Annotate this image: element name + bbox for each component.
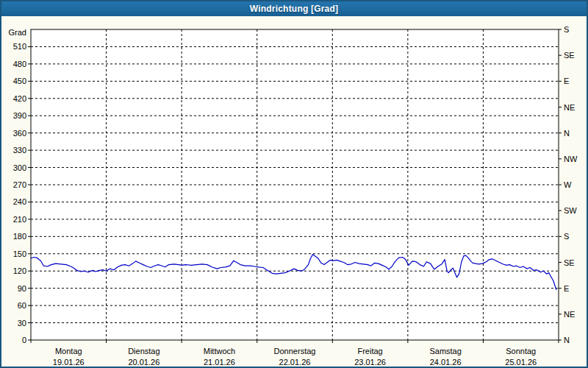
y-left-label: 240 — [13, 197, 26, 206]
title-bar: Windrichtung [Grad] — [1, 1, 587, 16]
y-left-label: 150 — [13, 250, 26, 258]
x-day-name: Samstag — [429, 347, 461, 355]
x-day-name: Donnerstag — [274, 347, 316, 355]
y-right-label: SW — [564, 206, 577, 215]
y-left-label: 210 — [13, 215, 26, 224]
y-right-label: SE — [564, 51, 575, 60]
x-day-date: 19.01.26 — [53, 358, 85, 367]
y-left-label: 120 — [13, 266, 26, 275]
y-left-label: 60 — [18, 301, 26, 310]
y-right-label: E — [564, 284, 569, 293]
y-left-label: 0 — [22, 336, 26, 344]
y-right-label: N — [564, 336, 570, 344]
y-right-label: N — [564, 129, 570, 138]
x-day-date: 24.01.26 — [430, 358, 462, 367]
y-left-label: 420 — [13, 94, 26, 103]
x-day-name: Dienstag — [128, 347, 159, 355]
y-right-label: S — [564, 232, 569, 241]
wind-direction-chart: 5104804504203903603303002702402101801501… — [1, 16, 587, 368]
x-day-name: Montag — [55, 347, 82, 355]
x-day-name: Freitag — [357, 347, 382, 355]
x-day-name: Mittwoch — [204, 347, 235, 355]
y-right-label: W — [564, 180, 572, 189]
y-right-label: E — [564, 77, 569, 85]
chart-title: Windrichtung [Grad] — [250, 4, 338, 14]
y-left-axis-title: Grad — [9, 28, 26, 37]
x-day-name: Sonntag — [506, 347, 536, 355]
y-left-label: 30 — [18, 319, 26, 328]
x-day-date: 20.01.26 — [128, 358, 159, 367]
y-left-label: 480 — [13, 60, 26, 68]
y-right-label: NE — [564, 103, 575, 112]
y-left-label: 90 — [18, 284, 26, 293]
y-left-label: 450 — [13, 77, 26, 85]
x-day-date: 23.01.26 — [354, 358, 386, 367]
y-right-label: S — [564, 25, 569, 34]
x-day-date: 22.01.26 — [279, 358, 311, 367]
x-day-date: 25.01.26 — [505, 358, 537, 367]
y-right-label: NW — [564, 155, 578, 163]
y-right-label: SE — [564, 258, 575, 267]
y-left-label: 270 — [13, 180, 26, 189]
y-right-label: NE — [564, 310, 575, 319]
y-left-label: 510 — [13, 42, 26, 51]
y-left-label: 330 — [13, 146, 26, 155]
y-left-label: 300 — [13, 163, 26, 172]
x-day-date: 21.01.26 — [204, 358, 235, 367]
chart-window: Windrichtung [Grad] 51048045042039036033… — [0, 0, 588, 368]
y-left-label: 390 — [13, 111, 26, 120]
y-left-label: 360 — [13, 129, 26, 138]
y-left-label: 180 — [13, 232, 26, 241]
plot-area — [31, 29, 559, 340]
